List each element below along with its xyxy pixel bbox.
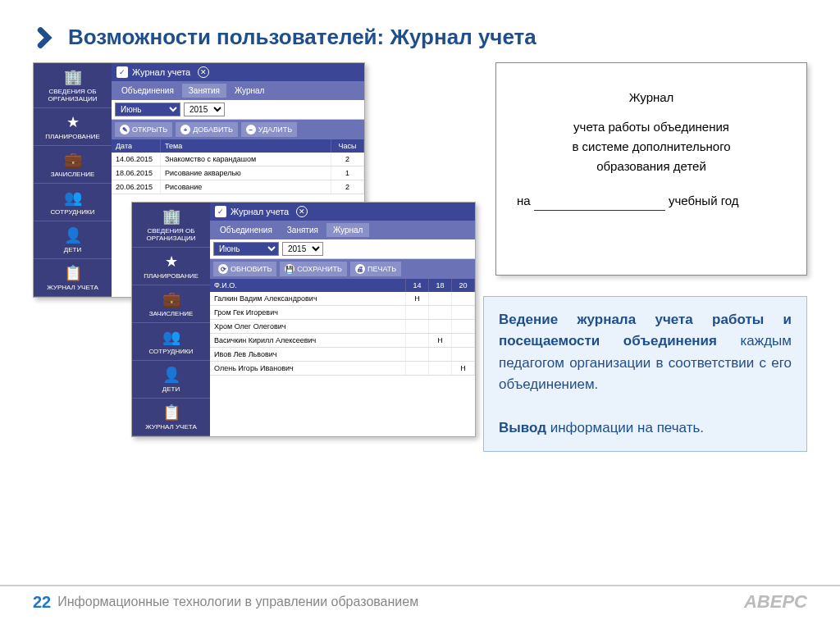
table-row[interactable]: Олень Игорь ИвановичН bbox=[210, 362, 475, 376]
sidebar: 🏢СВЕДЕНИЯ ОБ ОРГАНИЗАЦИИ★ПЛАНИРОВАНИЕ💼ЗА… bbox=[34, 63, 112, 297]
col-day: 18 bbox=[429, 279, 452, 292]
window-title: Журнал учета bbox=[231, 207, 289, 217]
sidebar-icon: 👥 bbox=[35, 189, 110, 207]
col-hours: Часы bbox=[331, 139, 364, 153]
sidebar-item[interactable]: ★ПЛАНИРОВАНИЕ bbox=[34, 108, 112, 146]
tab[interactable]: Занятия bbox=[182, 84, 226, 98]
table-row[interactable]: Галкин Вадим АлександровичН bbox=[210, 292, 475, 306]
sidebar-label: ПЛАНИРОВАНИЕ bbox=[45, 133, 100, 140]
sidebar-item[interactable]: 👥СОТРУДНИКИ bbox=[34, 184, 112, 221]
col-date: Дата bbox=[112, 139, 161, 153]
table-row[interactable]: 20.06.2015Рисование2 bbox=[112, 180, 364, 194]
tab[interactable]: Объединения bbox=[115, 84, 180, 98]
month-select[interactable]: Июнь bbox=[213, 242, 279, 256]
delete-button[interactable]: −УДАЛИТЬ bbox=[241, 122, 297, 137]
sidebar-item[interactable]: ★ПЛАНИРОВАНИЕ bbox=[132, 248, 210, 285]
col-topic: Тема bbox=[161, 139, 331, 153]
sidebar-item[interactable]: 👥СОТРУДНИКИ bbox=[132, 323, 210, 361]
cell-mark[interactable] bbox=[429, 320, 452, 333]
sidebar-label: ЗАЧИСЛЕНИЕ bbox=[51, 171, 95, 178]
cell-mark[interactable] bbox=[452, 306, 475, 319]
save-button[interactable]: 💾СОХРАНИТЬ bbox=[280, 262, 347, 276]
cell-mark[interactable] bbox=[429, 292, 452, 305]
cell-mark[interactable] bbox=[452, 320, 475, 333]
action-bar: ✎ОТКРЫТЬ +ДОБАВИТЬ −УДАЛИТЬ bbox=[112, 120, 364, 139]
sidebar-icon: 💼 bbox=[134, 290, 208, 308]
open-button[interactable]: ✎ОТКРЫТЬ bbox=[115, 122, 172, 137]
cell-mark[interactable] bbox=[429, 306, 452, 319]
sidebar-item[interactable]: 🏢СВЕДЕНИЯ ОБ ОРГАНИЗАЦИИ bbox=[34, 63, 112, 108]
slide-header: Возможности пользователей: Журнал учета bbox=[0, 0, 840, 62]
cell-topic: Рисование bbox=[161, 180, 331, 194]
year-select[interactable]: 2015 bbox=[282, 242, 323, 256]
sidebar-icon: 📋 bbox=[134, 403, 208, 422]
sidebar-icon: ★ bbox=[134, 253, 208, 271]
cell-mark[interactable] bbox=[452, 292, 475, 305]
sidebar-item[interactable]: 💼ЗАЧИСЛЕНИЕ bbox=[34, 146, 112, 184]
check-icon: ✓ bbox=[215, 206, 226, 217]
print-preview: Журнал учета работы объединения в систем… bbox=[495, 62, 807, 276]
cell-mark[interactable]: Н bbox=[452, 362, 475, 375]
filter-row: Июнь 2015 bbox=[112, 100, 364, 120]
sidebar-item[interactable]: 🏢СВЕДЕНИЯ ОБ ОРГАНИЗАЦИИ bbox=[132, 203, 210, 248]
cell-mark[interactable]: Н bbox=[406, 292, 429, 305]
sidebar-item[interactable]: 👤ДЕТИ bbox=[34, 221, 112, 259]
cell-topic: Рисование акварелью bbox=[161, 166, 331, 180]
cell-hours: 2 bbox=[331, 153, 364, 166]
tab[interactable]: Журнал bbox=[326, 223, 370, 237]
add-button[interactable]: +ДОБАВИТЬ bbox=[176, 122, 238, 137]
footer-text: Информационные технологии в управлении о… bbox=[57, 595, 418, 609]
sidebar-label: СВЕДЕНИЯ ОБ ОРГАНИЗАЦИИ bbox=[48, 88, 98, 103]
cell-date: 20.06.2015 bbox=[112, 180, 161, 194]
sidebar-item[interactable]: 💼ЗАЧИСЛЕНИЕ bbox=[132, 285, 210, 323]
cell-topic: Знакомство с карандашом bbox=[161, 153, 331, 166]
cell-mark[interactable] bbox=[406, 320, 429, 333]
close-icon[interactable]: ✕ bbox=[198, 66, 209, 78]
month-select[interactable]: Июнь bbox=[115, 103, 180, 116]
sidebar-label: ДЕТИ bbox=[162, 385, 180, 393]
sidebar-item[interactable]: 📋ЖУРНАЛ УЧЕТА bbox=[132, 399, 210, 436]
chevron-icon bbox=[33, 26, 56, 49]
cell-mark[interactable] bbox=[429, 362, 452, 375]
table-row[interactable]: Ивов Лев Львович bbox=[210, 348, 475, 362]
tab[interactable]: Объединения bbox=[213, 223, 279, 237]
cell-hours: 2 bbox=[331, 180, 364, 194]
table-row[interactable]: 18.06.2015Рисование акварелью1 bbox=[112, 166, 364, 180]
year-select[interactable]: 2015 bbox=[184, 103, 225, 116]
cell-mark[interactable] bbox=[452, 334, 475, 347]
cell-mark[interactable] bbox=[406, 348, 429, 361]
plus-icon: + bbox=[180, 125, 190, 134]
refresh-button[interactable]: ⟳ОБНОВИТЬ bbox=[213, 262, 276, 276]
cell-fio: Васичкин Кирилл Алексеевич bbox=[210, 334, 406, 347]
page-number: 22 bbox=[33, 593, 51, 612]
cell-fio: Галкин Вадим Александрович bbox=[210, 292, 406, 305]
tabs: ОбъединенияЗанятияЖурнал bbox=[210, 221, 475, 239]
table-row[interactable]: Гром Гек Игоревич bbox=[210, 306, 475, 320]
cell-mark[interactable] bbox=[429, 348, 452, 361]
doc-line: в системе дополнительного bbox=[517, 137, 786, 157]
table-row[interactable]: Васичкин Кирилл АлексеевичН bbox=[210, 334, 475, 348]
cell-mark[interactable] bbox=[452, 348, 475, 361]
sidebar-label: СОТРУДНИКИ bbox=[51, 208, 95, 216]
slide-title: Возможности пользователей: Журнал учета bbox=[68, 25, 536, 50]
print-button[interactable]: 🖨ПЕЧАТЬ bbox=[350, 262, 401, 276]
cell-mark[interactable]: Н bbox=[429, 334, 452, 347]
cell-mark[interactable] bbox=[406, 334, 429, 347]
sidebar-icon: ★ bbox=[35, 113, 110, 131]
sidebar-item[interactable]: 👤ДЕТИ bbox=[132, 361, 210, 399]
col-day: 20 bbox=[452, 279, 475, 292]
sidebar-item[interactable]: 📋ЖУРНАЛ УЧЕТА bbox=[34, 259, 112, 297]
cell-mark[interactable] bbox=[406, 306, 429, 319]
minus-icon: − bbox=[246, 125, 256, 134]
sidebar-label: ЖУРНАЛ УЧЕТА bbox=[145, 423, 196, 431]
close-icon[interactable]: ✕ bbox=[296, 206, 308, 217]
edit-icon: ✎ bbox=[120, 125, 130, 134]
cell-mark[interactable] bbox=[406, 362, 429, 375]
table-header: Дата Тема Часы bbox=[112, 139, 364, 153]
sidebar-label: СОТРУДНИКИ bbox=[149, 348, 194, 355]
table-row[interactable]: 14.06.2015Знакомство с карандашом2 bbox=[112, 153, 364, 166]
tab[interactable]: Занятия bbox=[281, 223, 325, 237]
sidebar-label: ПЛАНИРОВАНИЕ bbox=[144, 272, 199, 280]
table-row[interactable]: Хром Олег Олегович bbox=[210, 320, 475, 334]
tab[interactable]: Журнал bbox=[228, 84, 272, 98]
